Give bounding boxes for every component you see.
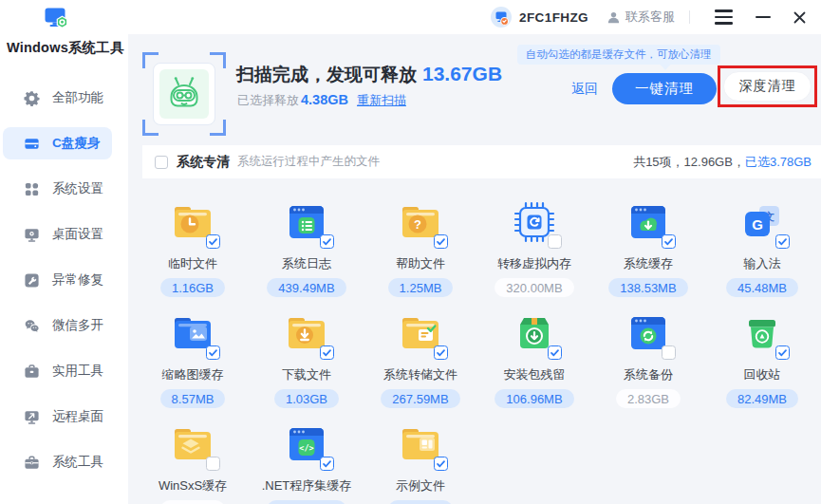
sidebar-item-微信多开[interactable]: 微信多开 <box>3 309 112 342</box>
scan-result-prefix: 扫描完成，发现可释放 <box>236 65 417 84</box>
clean-item[interactable]: 下载文件1.03GB <box>250 303 364 414</box>
clean-item-size-badge: 106.96MB <box>494 389 573 408</box>
clean-item[interactable]: 安装包残留106.96MB <box>477 303 591 414</box>
item-checkbox[interactable] <box>320 234 334 249</box>
sidebar-item-label: 实用工具 <box>52 363 103 380</box>
svg-text:G: G <box>752 216 763 233</box>
sidebar-item-实用工具[interactable]: 实用工具 <box>3 355 112 387</box>
group-stats-selected: 已选3.78GB <box>745 154 812 171</box>
group-checkbox[interactable] <box>155 156 168 169</box>
device-code: 2FC1FHZG <box>519 10 588 25</box>
item-checkbox[interactable] <box>775 345 790 360</box>
clean-item-name: 缩略图缓存 <box>162 366 224 383</box>
clean-item[interactable]: 临时文件1.16GB <box>136 192 250 303</box>
sidebar-item-系统设置[interactable]: 系统设置 <box>3 173 112 205</box>
clean-item[interactable]: 系统日志439.49MB <box>250 192 364 303</box>
clean-item-name: 系统缓存 <box>624 255 673 272</box>
gear-icon <box>24 90 40 106</box>
item-checkbox[interactable] <box>662 234 676 249</box>
item-checkbox[interactable] <box>775 234 790 249</box>
clean-item[interactable]: 文G输入法45.48MB <box>705 192 819 303</box>
item-checkbox[interactable] <box>434 234 448 249</box>
one-click-clean-button[interactable]: 一键清理 <box>612 73 717 104</box>
deep-clean-button[interactable]: 深度清理 <box>723 71 812 102</box>
toolbox-icon <box>24 364 40 380</box>
selected-release-size: 4.38GB <box>301 92 348 107</box>
group-title: 系统专清 <box>177 154 230 171</box>
item-checkbox[interactable] <box>206 457 220 471</box>
item-checkbox[interactable] <box>434 345 448 360</box>
person-icon <box>606 10 621 25</box>
briefcase-icon <box>24 455 40 471</box>
item-checkbox[interactable] <box>206 345 220 360</box>
clean-item-name: 系统转储文件 <box>383 366 457 383</box>
sidebar: Windows系统工具 全部功能C盘瘦身系统设置桌面设置异常修复微信多开实用工具… <box>0 0 128 504</box>
rescan-link[interactable]: 重新扫描 <box>357 93 406 107</box>
clean-item[interactable]: 缩略图缓存8.57MB <box>136 303 250 414</box>
group-header: 系统专清 系统运行过程中产生的文件 共15项，12.96GB， 已选3.78GB <box>142 145 821 178</box>
clean-item[interactable]: 示例文件4.99MB <box>364 414 477 504</box>
menu-button[interactable] <box>715 9 733 24</box>
close-button[interactable] <box>793 10 807 25</box>
scan-robot-illustration <box>142 52 226 136</box>
scan-result-title: 扫描完成，发现可释放13.67GB <box>236 63 502 87</box>
main-content: 扫描完成，发现可释放13.67GB 已选择释放4.38GB重新扫描 自动勾选的都… <box>128 34 821 504</box>
clean-item[interactable]: 转移虚拟内存320.00MB <box>477 192 591 303</box>
minimize-button[interactable] <box>756 16 771 18</box>
sidebar-item-label: 桌面设置 <box>52 226 103 243</box>
clean-item-size-badge: 6.04GB <box>160 500 225 504</box>
item-checkbox[interactable] <box>206 234 220 249</box>
sidebar-item-label: 远程桌面 <box>52 408 103 425</box>
sidebar-item-label: 异常修复 <box>52 271 103 289</box>
item-checkbox[interactable] <box>662 345 676 360</box>
drive-icon <box>24 136 40 152</box>
clean-item-name: 转移虚拟内存 <box>497 255 571 272</box>
clean-item[interactable]: 回收站82.49MB <box>705 303 819 414</box>
clean-item[interactable]: WinSxS缓存6.04GB <box>136 414 250 504</box>
auto-select-tooltip-text: 自动勾选的都是缓存文件，可放心清理 <box>526 48 712 60</box>
clean-item-name: 示例文件 <box>396 477 445 495</box>
clean-item-size-badge: 1.16GB <box>160 278 225 297</box>
clean-item[interactable]: 系统缓存138.53MB <box>591 192 705 303</box>
group-stats-total: 共15项，12.96GB， <box>633 154 745 171</box>
deep-clean-annotation-box: 深度清理 <box>718 65 817 107</box>
sidebar-item-异常修复[interactable]: 异常修复 <box>3 264 112 296</box>
sidebar-item-label: 全部功能 <box>52 89 103 106</box>
clean-item-name: 下载文件 <box>282 366 331 383</box>
item-checkbox[interactable] <box>320 345 334 360</box>
sidebar-item-桌面设置[interactable]: 桌面设置 <box>3 218 112 251</box>
robot-icon <box>159 69 209 119</box>
clean-item-name: 安装包残留 <box>504 366 566 383</box>
item-checkbox[interactable] <box>548 345 562 360</box>
clean-item[interactable]: </>.NET程序集缓存531.94MB <box>250 414 364 504</box>
clean-item-size-badge: 45.48MB <box>726 278 798 297</box>
clean-item[interactable]: 系统转储文件267.59MB <box>364 303 477 414</box>
sidebar-nav: 全部功能C盘瘦身系统设置桌面设置异常修复微信多开实用工具远程桌面系统工具 <box>0 82 128 478</box>
svg-text:?: ? <box>414 217 421 232</box>
clean-item-size-badge: 439.49MB <box>267 278 345 297</box>
clean-item-name: 输入法 <box>744 255 781 272</box>
app-logo-block: Windows系统工具 <box>0 0 128 57</box>
back-button[interactable]: 返回 <box>571 81 598 98</box>
item-checkbox[interactable] <box>548 234 562 249</box>
item-checkbox[interactable] <box>434 457 448 471</box>
clean-items-grid: 临时文件1.16GB系统日志439.49MB?帮助文件1.25MB转移虚拟内存3… <box>136 192 819 504</box>
auto-select-tooltip: 自动勾选的都是缓存文件，可放心清理 <box>517 45 720 65</box>
clean-item-name: WinSxS缓存 <box>159 477 227 495</box>
desktop-icon <box>24 227 40 243</box>
sidebar-item-全部功能[interactable]: 全部功能 <box>3 82 112 114</box>
clean-item-size-badge: 138.53MB <box>608 278 687 297</box>
clean-item-size-badge: 320.00MB <box>494 278 573 297</box>
clean-item-size-badge: 82.49MB <box>726 389 798 408</box>
contact-support-button[interactable]: 联系客服 <box>606 9 675 26</box>
sidebar-item-C盘瘦身[interactable]: C盘瘦身 <box>3 127 112 159</box>
clean-item-size-badge: 2.83GB <box>616 389 681 408</box>
item-checkbox[interactable] <box>320 457 334 471</box>
sidebar-item-label: 系统工具 <box>52 454 103 471</box>
sidebar-item-系统工具[interactable]: 系统工具 <box>3 446 112 478</box>
clean-item[interactable]: 系统备份2.83GB <box>591 303 705 414</box>
clean-item-name: 回收站 <box>744 366 781 383</box>
app-logo-icon <box>42 6 70 34</box>
sidebar-item-远程桌面[interactable]: 远程桌面 <box>3 401 112 433</box>
clean-item[interactable]: ?帮助文件1.25MB <box>364 192 477 303</box>
